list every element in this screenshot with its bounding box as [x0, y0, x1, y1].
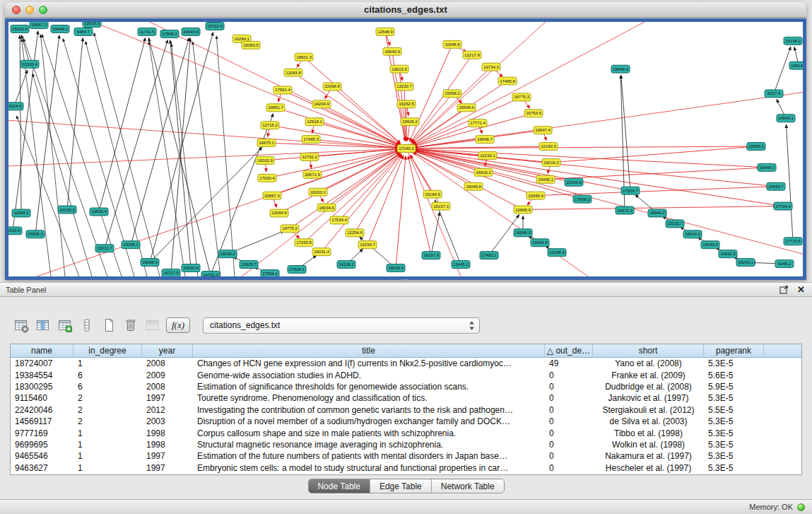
- table-cell[interactable]: Corpus callosum shape and size in male p…: [193, 427, 545, 438]
- column-header-short[interactable]: short: [593, 344, 704, 357]
- graph-node[interactable]: 17734.4: [774, 202, 792, 210]
- tab-edge-table[interactable]: Edge Table: [370, 479, 432, 493]
- graph-node[interactable]: 11930.5: [8, 227, 22, 235]
- column-header-pagerank[interactable]: pagerank: [704, 344, 764, 357]
- row-height-icon[interactable]: [77, 316, 97, 334]
- close-window-button[interactable]: [12, 6, 20, 14]
- graph-node[interactable]: 12610.3: [83, 22, 101, 27]
- table-cell[interactable]: 5.9E-5: [704, 381, 764, 392]
- table-row[interactable]: 946554611997Estimation of the future num…: [11, 450, 801, 462]
- graph-node[interactable]: 20160.2: [58, 206, 76, 214]
- graph-node[interactable]: 12083.8: [284, 69, 302, 76]
- table-cell[interactable]: 6: [73, 381, 142, 392]
- graph-node[interactable]: 12445.2: [452, 261, 470, 269]
- table-cell[interactable]: Tourette syndrome. Phenomenology and cla…: [193, 392, 545, 404]
- graph-node[interactable]: 15049.8: [464, 182, 483, 190]
- graph-node[interactable]: 18601.3: [295, 53, 313, 61]
- graph-node[interactable]: 16157.9: [422, 252, 440, 259]
- graph-node[interactable]: 18383.5: [242, 41, 260, 49]
- graph-node[interactable]: 17483.1: [480, 252, 498, 259]
- graph-node[interactable]: 19448.4: [611, 65, 630, 73]
- graph-node[interactable]: 15495.1: [536, 175, 555, 183]
- graph-node[interactable]: 17710.5: [784, 238, 802, 245]
- graph-node[interactable]: 16262.5: [397, 100, 416, 108]
- graph-node[interactable]: 15184.5: [423, 190, 442, 198]
- graph-node[interactable]: 12918.1: [305, 118, 324, 126]
- table-row[interactable]: 969969511998Structural magnetic resonanc…: [11, 439, 801, 450]
- table-cell[interactable]: 5.3E-5: [704, 416, 764, 427]
- table-cell[interactable]: 5.3E-5: [704, 450, 764, 462]
- table-cell[interactable]: 0: [545, 416, 593, 427]
- table-cell[interactable]: Disruption of a novel member of a sodium…: [193, 416, 545, 427]
- graph-node[interactable]: 12084.6: [270, 209, 288, 217]
- graph-node[interactable]: 16717.5: [162, 269, 180, 276]
- graph-node[interactable]: 17024.1: [288, 266, 306, 274]
- network-graph[interactable]: 17240.218601.312083.817561.420851.712715…: [8, 22, 803, 276]
- table-row[interactable]: 946362711997Embryonic stem cells: a mode…: [11, 462, 801, 474]
- graph-node[interactable]: 18302.9: [256, 156, 274, 164]
- table-cell[interactable]: Embryonic stem cells: a model to study s…: [193, 462, 545, 474]
- table-cell[interactable]: 0: [545, 450, 593, 462]
- column-header-name[interactable]: name: [11, 344, 73, 357]
- graph-node[interactable]: 15013.7: [95, 245, 114, 252]
- table-cell[interactable]: 2008: [142, 358, 193, 369]
- graph-node[interactable]: 14752.3: [201, 271, 220, 276]
- table-cell[interactable]: 0: [545, 381, 593, 392]
- minimize-window-button[interactable]: [25, 6, 34, 14]
- table-cell[interactable]: 1: [73, 450, 142, 462]
- table-cell[interactable]: 2: [73, 392, 142, 404]
- graph-node[interactable]: 15905.7: [240, 261, 258, 269]
- graph-node[interactable]: 18775.2: [281, 225, 299, 233]
- graph-node[interactable]: 16972.3: [616, 206, 634, 214]
- table-cell[interactable]: Nakamura et al. (1997): [593, 450, 704, 462]
- graph-node[interactable]: 14204.9: [312, 100, 331, 108]
- graph-node[interactable]: 13220.7: [395, 83, 413, 90]
- table-cell[interactable]: 0: [545, 427, 593, 438]
- graph-node[interactable]: 17999.2: [160, 30, 179, 37]
- graph-node[interactable]: 16753.9: [524, 110, 543, 117]
- graph-node[interactable]: 18034.6: [317, 204, 336, 211]
- table-row[interactable]: 1872400712008Changes of HCN gene express…: [11, 358, 801, 369]
- table-cell[interactable]: 49: [545, 358, 593, 369]
- table-cell[interactable]: 1: [73, 427, 142, 438]
- table-cell[interactable]: 22420046: [11, 404, 73, 416]
- table-cell[interactable]: 1997: [142, 450, 193, 462]
- graph-node[interactable]: 19154.7: [358, 241, 377, 249]
- graph-node[interactable]: 15914.8: [789, 62, 803, 69]
- graph-node[interactable]: 17534.4: [330, 216, 348, 224]
- column-header-title[interactable]: title: [193, 344, 545, 357]
- graph-node[interactable]: 17594.1: [261, 270, 279, 276]
- graph-node[interactable]: 9245.2: [775, 260, 794, 268]
- graph-node[interactable]: 17771.4: [469, 119, 487, 127]
- graph-node[interactable]: 16086.3: [514, 229, 532, 237]
- table-cell[interactable]: 5.3E-5: [704, 392, 764, 404]
- graph-node[interactable]: 16640.9: [383, 47, 401, 55]
- table-cell[interactable]: 9465546: [11, 450, 73, 462]
- graph-node[interactable]: 12160.3: [539, 143, 558, 151]
- zoom-window-button[interactable]: [39, 6, 47, 14]
- column-header-year[interactable]: year: [142, 344, 193, 357]
- graph-node[interactable]: 19055.1: [122, 241, 140, 249]
- graph-node[interactable]: 17485.3: [302, 136, 320, 144]
- tab-node-table[interactable]: Node Table: [308, 479, 370, 493]
- table-cell[interactable]: 9463627: [11, 462, 73, 474]
- table-cell[interactable]: 9777169: [11, 427, 73, 438]
- table-cell[interactable]: 18300295: [11, 381, 73, 392]
- graph-node[interactable]: 16942.5: [719, 250, 737, 258]
- function-builder-icon[interactable]: f(x): [166, 317, 190, 333]
- graph-node[interactable]: 18775.3: [512, 93, 531, 101]
- graph-node[interactable]: 15106.9: [565, 178, 583, 186]
- graph-node[interactable]: 12216.1: [478, 151, 497, 159]
- close-panel-icon[interactable]: ✕: [797, 285, 805, 294]
- table-cell[interactable]: 14569117: [11, 416, 73, 427]
- graph-node[interactable]: 15958.2: [443, 90, 461, 98]
- graph-node[interactable]: 17485.8: [498, 77, 517, 85]
- import-table-icon[interactable]: [143, 316, 163, 334]
- graph-node[interactable]: 17240.2: [397, 145, 416, 153]
- graph-node[interactable]: 16016.2: [542, 158, 560, 166]
- graph-node[interactable]: 11548.8: [443, 40, 461, 48]
- table-cell[interactable]: 0: [545, 392, 593, 404]
- tab-network-table[interactable]: Network Table: [432, 479, 504, 493]
- graph-node[interactable]: 11888.1: [12, 209, 30, 217]
- new-table-icon[interactable]: [99, 316, 119, 334]
